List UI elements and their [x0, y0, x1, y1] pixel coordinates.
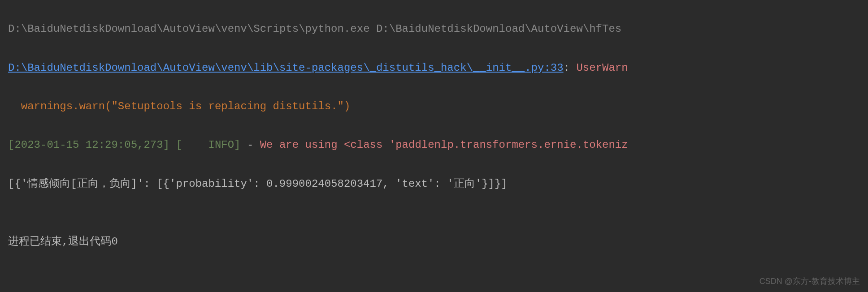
result-output-text: [{'情感倾向[正向，负向]': [{'probability': 0.9990… [8, 178, 508, 190]
file-path-link[interactable]: D:\BaiduNetdiskDownload\AutoView\venv\li… [8, 62, 564, 74]
csdn-watermark: CSDN @东方-教育技术博主 [760, 274, 860, 288]
process-exit-text: 进程已结束,退出代码0 [8, 236, 118, 248]
terminal-output[interactable]: D:\BaiduNetdiskDownload\AutoView\venv\Sc… [0, 0, 868, 271]
log-level-text: [ INFO] [176, 139, 240, 151]
warning-message-text: warnings.warn("Setuptools is replacing d… [21, 100, 351, 112]
interpreter-path-partial: D:\BaiduNetdiskDownload\AutoView\venv\Sc… [8, 23, 621, 35]
log-message-text: We are using <class 'paddlenlp.transform… [260, 139, 628, 151]
dash-separator-text: - [241, 139, 260, 151]
separator-text: : [564, 62, 577, 74]
log-timestamp-text: [2023-01-15 12:29:05,273] [8, 139, 176, 151]
indent-text [8, 100, 21, 112]
warning-type-text: UserWarn [576, 62, 628, 74]
